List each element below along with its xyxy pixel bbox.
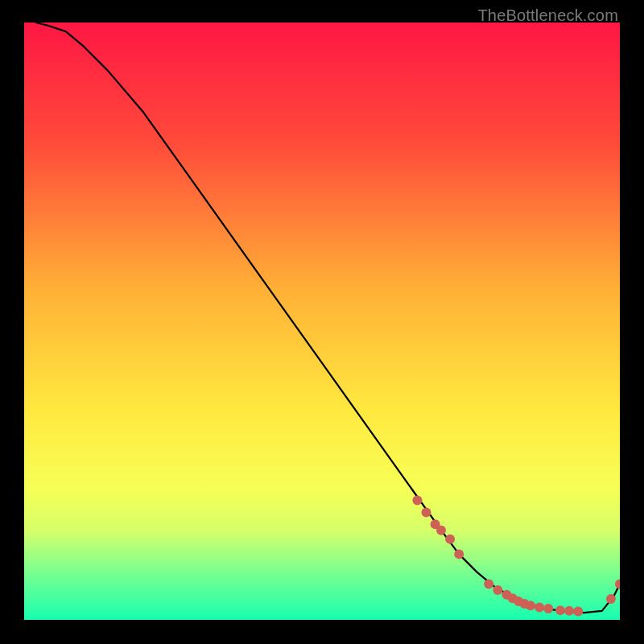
data-point [535,602,544,612]
data-point [484,579,493,588]
data-point [543,604,553,613]
data-point [422,507,431,517]
chart-svg [24,23,620,620]
data-point [564,606,574,616]
chart-frame: TheBottleneck.com [0,0,644,644]
plot-area [24,23,620,620]
data-point [454,549,464,559]
data-point [526,601,535,610]
gradient-background [24,23,620,620]
data-point [493,585,502,595]
data-point [412,496,422,506]
data-point [555,605,565,615]
data-point [436,526,446,535]
data-point [445,535,455,544]
data-point [573,607,583,617]
data-point [606,594,616,604]
